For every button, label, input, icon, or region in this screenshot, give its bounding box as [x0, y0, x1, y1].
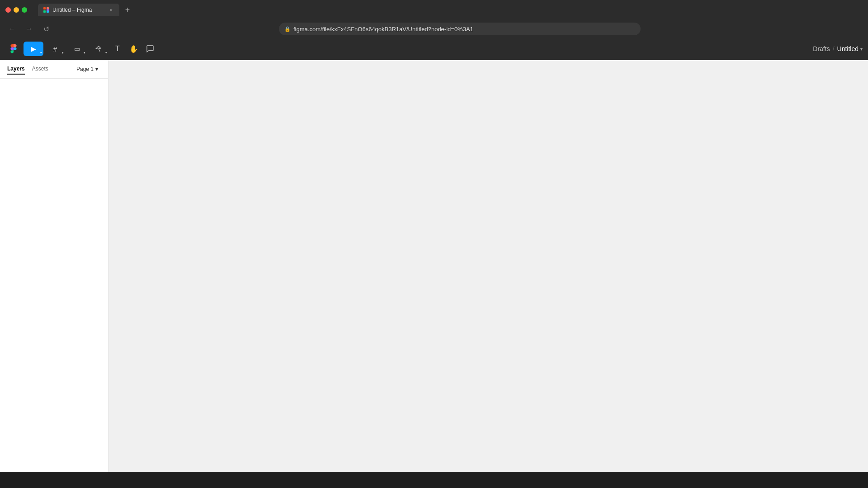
forward-button[interactable]: → [23, 23, 35, 35]
figma-app: ▶ ▾ # ▾ ▭ ▾ ▾ T [0, 38, 868, 472]
minimize-button[interactable] [14, 7, 19, 13]
file-title-chevron-icon: ▾ [860, 47, 863, 52]
hand-tool-icon: ✋ [129, 45, 138, 53]
tab-title: Untitled – Figma [52, 7, 105, 13]
move-tool-button[interactable]: ▶ ▾ [24, 42, 43, 56]
page-selector[interactable]: Page 1 ▾ [74, 64, 101, 74]
address-bar-row: ← → ↺ 🔒 figma.com/file/kxFx4SFnO6s64qokB… [0, 20, 868, 38]
move-tool-icon: ▶ [31, 45, 36, 52]
frame-tool-button[interactable]: # ▾ [45, 42, 65, 56]
comment-tool-icon [146, 45, 154, 53]
close-button[interactable] [5, 7, 11, 13]
maximize-button[interactable] [22, 7, 27, 13]
traffic-lights [5, 7, 27, 13]
shape-tool-button[interactable]: ▭ ▾ [67, 42, 87, 56]
lock-icon: 🔒 [284, 26, 291, 32]
figma-logo-icon [9, 44, 18, 53]
breadcrumb-separator: / [833, 45, 835, 52]
toolbar-right: Drafts / Untitled ▾ [813, 45, 863, 52]
refresh-button[interactable]: ↺ [40, 23, 52, 35]
figma-content: Layers Assets Page 1 ▾ [0, 60, 868, 472]
tab-close-button[interactable]: × [108, 6, 115, 14]
left-panel: Layers Assets Page 1 ▾ [0, 60, 108, 472]
frame-tool-chevron: ▾ [62, 51, 64, 55]
panel-tab-group: Layers Assets [7, 64, 48, 75]
figma-menu-button[interactable] [5, 41, 22, 57]
address-bar[interactable]: 🔒 figma.com/file/kxFx4SFnO6s64qokB3R1aV/… [279, 23, 641, 35]
figma-favicon [42, 6, 50, 14]
pen-tool-icon [95, 45, 102, 52]
breadcrumb-drafts[interactable]: Drafts [813, 45, 830, 52]
title-bar: Untitled – Figma × + [0, 0, 868, 20]
move-tool-chevron: ▾ [40, 51, 42, 55]
hand-tool-button[interactable]: ✋ [127, 42, 141, 56]
breadcrumb: Drafts / Untitled ▾ [813, 45, 863, 52]
shape-tool-chevron: ▾ [84, 51, 85, 55]
breadcrumb-title[interactable]: Untitled ▾ [837, 45, 863, 52]
tab-bar: Untitled – Figma × + [34, 2, 863, 18]
url-text: figma.com/file/kxFx4SFnO6s64qokB3R1aV/Un… [293, 26, 473, 33]
toolbar-left: ▶ ▾ # ▾ ▭ ▾ ▾ T [5, 41, 157, 57]
file-title: Untitled [837, 45, 859, 52]
comment-tool-button[interactable] [143, 42, 157, 56]
new-tab-button[interactable]: + [121, 4, 134, 16]
canvas[interactable] [108, 60, 868, 472]
page-chevron-icon: ▾ [95, 66, 98, 72]
svg-rect-2 [43, 10, 46, 13]
browser-chrome: Untitled – Figma × + ← → ↺ 🔒 figma.com/f… [0, 0, 868, 38]
pen-tool-chevron: ▾ [105, 51, 107, 55]
text-tool-icon: T [115, 45, 120, 53]
svg-rect-0 [43, 7, 46, 9]
layers-tab[interactable]: Layers [7, 64, 25, 75]
shape-tool-icon: ▭ [74, 45, 80, 52]
page-label: Page 1 [76, 66, 94, 72]
frame-tool-icon: # [53, 45, 57, 53]
browser-tab[interactable]: Untitled – Figma × [38, 4, 119, 16]
back-button[interactable]: ← [5, 23, 18, 35]
assets-tab[interactable]: Assets [32, 64, 48, 75]
text-tool-button[interactable]: T [110, 42, 125, 56]
figma-toolbar: ▶ ▾ # ▾ ▭ ▾ ▾ T [0, 38, 868, 60]
panel-content [0, 79, 108, 472]
svg-point-4 [47, 9, 49, 11]
panel-tabs: Layers Assets Page 1 ▾ [0, 60, 108, 79]
pen-tool-button[interactable]: ▾ [89, 42, 108, 56]
